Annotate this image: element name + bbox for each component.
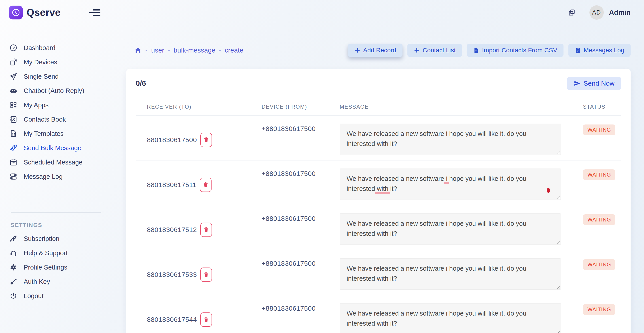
receiver-number: 8801830617511 <box>147 181 196 189</box>
toggles-icon <box>10 173 18 181</box>
sidebar-item-profile-settings[interactable]: Profile Settings <box>0 260 112 275</box>
sidebar-item-chatbot[interactable]: Chatbot (Auto Reply) <box>0 84 112 98</box>
device-number: +8801830617500 <box>262 169 340 200</box>
power-icon <box>10 292 18 300</box>
bulk-message-card: 0/6 Send Now RECEIVER (TO) DEVICE (FROM)… <box>126 69 630 333</box>
device-number: +8801830617500 <box>262 303 340 333</box>
delete-record-button[interactable] <box>200 223 212 237</box>
avatar[interactable]: AD <box>590 5 604 20</box>
delete-record-button[interactable] <box>200 178 212 192</box>
clipboard-icon <box>575 47 581 53</box>
sidebar-item-subscription[interactable]: Subscription <box>0 232 112 246</box>
message-textarea[interactable]: We have released a new software i hope y… <box>340 169 561 200</box>
sidebar-item-my-templates[interactable]: My Templates <box>0 126 112 141</box>
resize-handle-icon[interactable] <box>557 196 560 199</box>
home-icon[interactable] <box>134 46 142 54</box>
template-file-icon <box>10 130 18 138</box>
grid-plus-icon <box>10 101 18 109</box>
send-now-button[interactable]: Send Now <box>567 77 621 90</box>
robot-icon <box>10 87 18 95</box>
trash-icon <box>203 182 209 188</box>
receiver-number: 8801830617512 <box>147 226 197 234</box>
message-textarea[interactable]: We have released a new software i hope y… <box>340 124 561 155</box>
col-receiver: RECEIVER (TO) <box>136 104 262 110</box>
progress-counter: 0/6 <box>136 79 146 88</box>
resize-handle-icon[interactable] <box>557 285 560 289</box>
sidebar-item-single-send[interactable]: Single Send <box>0 69 112 84</box>
sidebar: Dashboard My Devices Single Send Chatbot… <box>0 25 112 333</box>
breadcrumb-user[interactable]: user <box>151 46 164 54</box>
message-textarea[interactable]: We have released a new software i hope y… <box>340 258 561 290</box>
device-signal-icon <box>10 58 18 66</box>
delete-record-button[interactable] <box>200 268 212 282</box>
sidebar-item-my-devices[interactable]: My Devices <box>0 55 112 69</box>
trash-icon <box>203 317 209 323</box>
sidebar-item-dashboard[interactable]: Dashboard <box>0 41 112 55</box>
message-textarea[interactable]: We have released a new software i hope y… <box>340 213 561 245</box>
menu-toggle-icon[interactable] <box>89 9 100 16</box>
headset-icon <box>10 249 18 257</box>
table-header: RECEIVER (TO) DEVICE (FROM) MESSAGE STAT… <box>136 98 621 116</box>
table-row: 8801830617544 +8801830617500 We have rel… <box>136 295 621 333</box>
sidebar-divider <box>11 212 100 213</box>
status-badge: WAITING <box>583 124 616 135</box>
col-message: MESSAGE <box>340 104 583 110</box>
paper-plane-filled-icon <box>574 80 580 87</box>
app: Qserve AD Admin Dashboard My Devices <box>0 0 644 333</box>
rocket-icon <box>10 144 18 152</box>
add-record-button[interactable]: Add Record <box>348 44 402 57</box>
col-device: DEVICE (FROM) <box>262 104 340 110</box>
sidebar-item-contacts-book[interactable]: Contacts Book <box>0 112 112 126</box>
breadcrumb: - user - bulk-message - create <box>126 46 244 54</box>
contact-list-button[interactable]: Contact List <box>408 44 462 57</box>
trash-icon <box>203 227 209 233</box>
action-buttons: Add Record Contact List csv Import Conta… <box>348 44 630 57</box>
sidebar-item-auth-key[interactable]: Auth Key <box>0 275 112 289</box>
calendar-icon <box>10 158 18 166</box>
whatsapp-phone-icon <box>9 5 23 19</box>
topbar: Qserve AD Admin <box>0 0 644 25</box>
table-row: 8801830617512 +8801830617500 We have rel… <box>136 205 621 250</box>
message-textarea[interactable]: We have released a new software i hope y… <box>340 303 561 333</box>
user-name[interactable]: Admin <box>609 8 630 16</box>
speedometer-icon <box>10 44 18 52</box>
main-content: - user - bulk-message - create Add Recor… <box>112 25 644 333</box>
plus-icon <box>414 47 420 53</box>
key-icon <box>10 278 18 286</box>
receiver-number: 8801830617533 <box>147 271 197 279</box>
status-badge: WAITING <box>583 304 616 315</box>
spellcheck-mark: with <box>377 185 388 192</box>
sidebar-item-send-bulk-message[interactable]: Send Bulk Message <box>0 141 112 155</box>
receiver-number: 8801830617500 <box>147 136 197 144</box>
messages-log-button[interactable]: Messages Log <box>568 44 630 57</box>
brand-logo[interactable]: Qserve <box>9 5 60 19</box>
resize-handle-icon[interactable] <box>557 151 560 154</box>
device-number: +8801830617500 <box>262 213 340 245</box>
breadcrumb-bulk-message[interactable]: bulk-message <box>174 46 215 54</box>
breadcrumb-create[interactable]: create <box>225 46 243 54</box>
table-row: 8801830617533 +8801830617500 We have rel… <box>136 250 621 295</box>
device-number: +8801830617500 <box>262 258 340 290</box>
sidebar-item-my-apps[interactable]: My Apps <box>0 98 112 112</box>
delete-record-button[interactable] <box>200 133 212 147</box>
delete-record-button[interactable] <box>200 313 212 327</box>
gear-icon <box>10 263 18 271</box>
paper-plane-icon <box>10 72 18 80</box>
import-csv-button[interactable]: csv Import Contacts From CSV <box>467 44 564 57</box>
sidebar-item-scheduled-message[interactable]: Scheduled Message <box>0 155 112 169</box>
alert-dot <box>547 188 550 193</box>
spellcheck-mark: i <box>446 175 447 182</box>
sidebar-item-help-support[interactable]: Help & Support <box>0 246 112 260</box>
status-badge: WAITING <box>583 169 616 180</box>
sidebar-item-message-log[interactable]: Message Log <box>0 169 112 184</box>
resize-handle-icon[interactable] <box>557 330 560 333</box>
status-badge: WAITING <box>583 259 616 270</box>
sidebar-item-logout[interactable]: Logout <box>0 289 112 303</box>
trash-icon <box>203 137 209 143</box>
device-number: +8801830617500 <box>262 124 340 155</box>
col-status: STATUS <box>583 104 621 110</box>
plus-icon <box>354 47 360 53</box>
copy-window-icon[interactable] <box>568 9 576 16</box>
receiver-number: 8801830617544 <box>147 316 197 324</box>
resize-handle-icon[interactable] <box>557 241 560 244</box>
